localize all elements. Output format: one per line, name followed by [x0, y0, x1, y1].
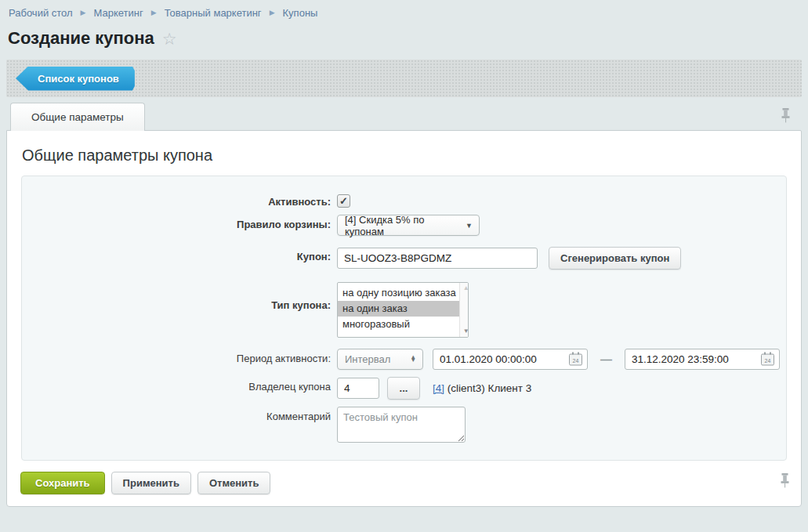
breadcrumb-separator-icon: ▶ [151, 9, 157, 16]
calendar-icon[interactable]: 24 [569, 353, 582, 365]
period-to-input[interactable] [625, 349, 780, 370]
row-active: Активность: ✓ [22, 192, 786, 208]
row-comment: Комментарий Тестовый купон [22, 407, 786, 443]
breadcrumb-separator-icon: ▶ [81, 9, 86, 16]
page-title: Создание купона [8, 28, 154, 49]
form-footer: Сохранить Применить Отменить [7, 461, 801, 506]
breadcrumb-separator-icon: ▶ [270, 9, 275, 16]
row-active-period: Период активности: Интервал ▲▼ 24 — 24 [22, 349, 786, 370]
section-heading: Общие параметры купона [7, 131, 801, 176]
row-coupon-owner: Владелец купона ... [4] (client3) Клиент… [22, 377, 786, 400]
period-mode-value: Интервал [345, 353, 390, 365]
scroll-down-icon[interactable]: ▼ [463, 328, 469, 335]
coupon-type-label: Тип купона: [22, 282, 337, 311]
form-panel: Общие параметры купона Активность: ✓ Пра… [6, 130, 802, 507]
tab-general-parameters[interactable]: Общие параметры [10, 103, 145, 131]
listbox-scrollbar[interactable]: ▲ ▼ [459, 283, 469, 337]
coupon-type-listbox[interactable]: на одну позицию заказа на один заказ мно… [337, 282, 469, 338]
breadcrumb: Рабочий стол ▶ Маркетинг ▶ Товарный марк… [0, 0, 808, 19]
calendar-icon[interactable]: 24 [761, 353, 774, 365]
comment-textarea[interactable]: Тестовый купон [337, 407, 466, 443]
row-coupon: Купон: Сгенерировать купон [22, 247, 786, 270]
coupon-owner-label: Владелец купона [22, 377, 337, 393]
breadcrumb-item-desktop[interactable]: Рабочий стол [9, 7, 73, 19]
coupon-list-button[interactable]: Список купонов [16, 67, 135, 91]
active-checkbox[interactable]: ✓ [337, 194, 350, 208]
form-fieldset: Активность: ✓ Правило корзины: [4] Скидк… [21, 176, 787, 461]
apply-button[interactable]: Применить [111, 472, 191, 494]
generate-coupon-button[interactable]: Сгенерировать купон [549, 247, 681, 270]
breadcrumb-item-coupons[interactable]: Купоны [283, 7, 318, 19]
coupon-owner-input[interactable] [337, 378, 379, 399]
owner-link[interactable]: [4] [433, 382, 444, 394]
favorite-star-icon[interactable]: ☆ [162, 31, 177, 47]
pin-icon[interactable] [781, 108, 791, 123]
row-cart-rule: Правило корзины: [4] Скидка 5% по купона… [22, 215, 786, 236]
active-label: Активность: [22, 192, 337, 208]
save-button[interactable]: Сохранить [20, 472, 105, 494]
cart-rule-label: Правило корзины: [22, 215, 337, 230]
owner-info: [4] (client3) Клиент 3 [433, 382, 531, 394]
cart-rule-select[interactable]: [4] Скидка 5% по купонам ▼ [337, 215, 480, 236]
pin-icon[interactable] [780, 473, 790, 488]
up-down-arrows-icon: ▲▼ [411, 356, 416, 363]
coupon-type-option[interactable]: на один заказ [338, 301, 459, 317]
tab-bar: Общие параметры [6, 102, 802, 131]
browse-owner-button[interactable]: ... [387, 377, 420, 400]
active-period-label: Период активности: [22, 349, 337, 364]
date-range-dash: — [600, 353, 612, 366]
scroll-up-icon[interactable]: ▲ [463, 285, 469, 291]
cancel-button[interactable]: Отменить [197, 472, 271, 494]
chevron-down-icon: ▼ [466, 222, 473, 230]
period-from-input[interactable] [433, 349, 588, 370]
coupon-type-option[interactable]: многоразовый [338, 317, 459, 332]
breadcrumb-item-marketing[interactable]: Маркетинг [94, 7, 143, 19]
owner-name: (client3) Клиент 3 [444, 382, 531, 394]
coupon-label: Купон: [22, 247, 337, 262]
row-coupon-type: Тип купона: на одну позицию заказа на од… [22, 282, 786, 338]
coupon-input[interactable] [337, 248, 538, 269]
context-toolbar: Список купонов [6, 60, 802, 97]
coupon-type-option[interactable]: на одну позицию заказа [338, 285, 459, 301]
cart-rule-value: [4] Скидка 5% по купонам [345, 214, 460, 237]
breadcrumb-item-product-marketing[interactable]: Товарный маркетинг [165, 7, 262, 19]
period-mode-select[interactable]: Интервал ▲▼ [337, 349, 423, 370]
comment-label: Комментарий [22, 407, 337, 422]
